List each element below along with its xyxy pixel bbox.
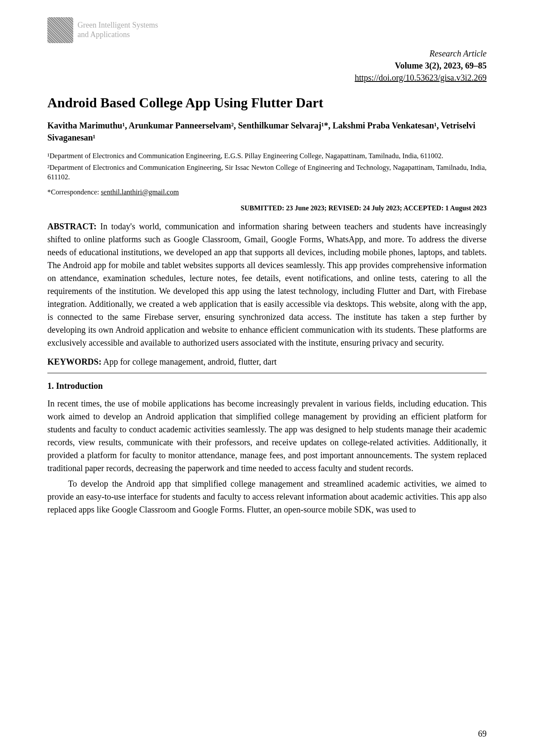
abstract: ABSTRACT: In today's world, communicatio… xyxy=(47,220,487,349)
intro-paragraph-2: To develop the Android app that simplifi… xyxy=(47,477,487,516)
section-1-heading: 1. Introduction xyxy=(47,381,487,391)
keywords-label: KEYWORDS: xyxy=(47,357,102,366)
article-type: Research Article xyxy=(47,47,487,59)
article-meta: Research Article Volume 3(2), 2023, 69–8… xyxy=(47,47,487,84)
volume-info: Volume 3(2), 2023, 69–85 xyxy=(47,59,487,72)
keywords-text: App for college management, android, flu… xyxy=(102,357,277,366)
correspondence: *Correspondence: senthil.lanthiri@gmail.… xyxy=(47,188,487,197)
journal-logo-icon xyxy=(47,17,73,43)
affiliation-1: ¹Department of Electronics and Communica… xyxy=(47,151,487,161)
abstract-text: In today's world, communication and info… xyxy=(47,222,487,347)
abstract-label: ABSTRACT: xyxy=(47,222,96,231)
section-divider xyxy=(47,373,487,373)
doi-link[interactable]: https://doi.org/10.53623/gisa.v3i2.269 xyxy=(355,73,487,82)
journal-name-line1: Green Intelligent Systems xyxy=(78,21,158,30)
correspondence-label: *Correspondence: xyxy=(47,188,101,196)
article-title: Android Based College App Using Flutter … xyxy=(47,94,487,111)
affiliation-2: ²Department of Electronics and Communica… xyxy=(47,163,487,182)
correspondence-email[interactable]: senthil.lanthiri@gmail.com xyxy=(101,188,179,196)
journal-header: Green Intelligent Systems and Applicatio… xyxy=(47,17,487,43)
intro-paragraph-1: In recent times, the use of mobile appli… xyxy=(47,397,487,475)
authors-list: Kavitha Marimuthu¹, Arunkumar Panneersel… xyxy=(47,119,487,144)
journal-name: Green Intelligent Systems and Applicatio… xyxy=(78,21,158,39)
keywords: KEYWORDS: App for college management, an… xyxy=(47,357,487,367)
page-number: 69 xyxy=(478,729,487,739)
submission-dates: SUBMITTED: 23 June 2023; REVISED: 24 Jul… xyxy=(47,204,487,212)
journal-name-line2: and Applications xyxy=(78,30,158,40)
